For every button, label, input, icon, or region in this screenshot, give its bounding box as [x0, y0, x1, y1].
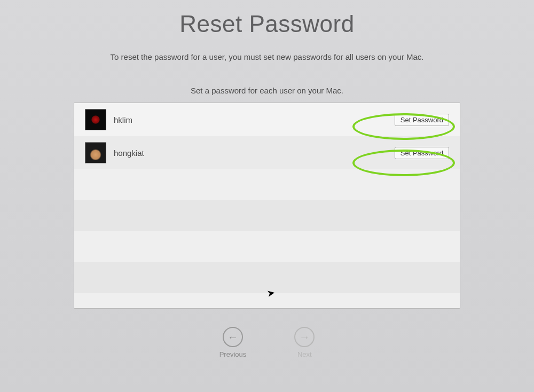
arrow-right-icon: →	[294, 327, 315, 347]
empty-row	[74, 262, 460, 293]
username-label: hklim	[114, 115, 395, 124]
username-label: hongkiat	[114, 148, 395, 158]
set-password-button[interactable]: Set Password	[395, 147, 449, 159]
user-row[interactable]: hongkiat Set Password	[74, 136, 460, 169]
empty-row	[74, 231, 460, 262]
avatar-icon	[85, 109, 106, 130]
user-row[interactable]: hklim Set Password	[74, 103, 460, 136]
page-title: Reset Password	[179, 11, 354, 37]
previous-button[interactable]: ← Previous	[219, 327, 247, 358]
next-button[interactable]: → Next	[294, 327, 315, 358]
user-list-panel: hklim Set Password hongkiat Set Password	[74, 103, 460, 309]
empty-row	[74, 169, 460, 200]
empty-row	[74, 200, 460, 231]
set-password-button[interactable]: Set Password	[395, 114, 449, 126]
subtitle-text: Set a password for each user on your Mac…	[191, 86, 343, 95]
arrow-left-icon: ←	[223, 327, 243, 347]
instruction-text: To reset the password for a user, you mu…	[111, 52, 424, 61]
avatar-icon	[85, 142, 106, 163]
empty-row	[74, 293, 460, 309]
previous-label: Previous	[219, 350, 247, 358]
next-label: Next	[297, 350, 312, 358]
